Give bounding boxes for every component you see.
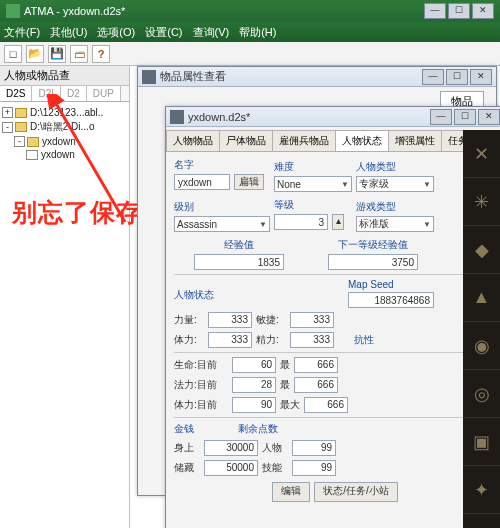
expand-icon[interactable]: +: [2, 107, 13, 118]
side-tab-d2s[interactable]: D2S: [0, 86, 32, 101]
window-icon: [142, 70, 156, 84]
skill-icon[interactable]: ✕: [463, 130, 500, 178]
name-label: 名字: [174, 158, 270, 172]
character-form: 名字 yxdown 扁辑 难度 None▼ 人物类型 专家级▼ 级别: [166, 152, 500, 508]
menu-settings[interactable]: 设置(C): [145, 25, 182, 40]
stamina-label: 体力:目前: [174, 398, 228, 412]
tab-char-items[interactable]: 人物物品: [166, 130, 220, 151]
side-tabs: D2S D2I D2 DUP: [0, 86, 129, 102]
item-attr-titlebar[interactable]: 物品属性查看 — ☐ ✕: [138, 67, 496, 87]
life-cur-field[interactable]: 60: [232, 357, 276, 373]
level-field[interactable]: 3: [274, 214, 328, 230]
exp-field[interactable]: 1835: [194, 254, 284, 270]
minimize-button[interactable]: —: [424, 3, 446, 19]
side-tab-d2[interactable]: D2: [61, 86, 87, 101]
folder-icon: [27, 137, 39, 147]
level-label: 等级: [274, 198, 352, 212]
vit-field[interactable]: 333: [208, 332, 252, 348]
folder-icon: [15, 108, 27, 118]
tab-merc-items[interactable]: 雇佣兵物品: [272, 130, 336, 151]
main-titlebar: ATMA - yxdown.d2s* — ☐ ✕: [0, 0, 500, 22]
close-button[interactable]: ✕: [472, 3, 494, 19]
side-tab-dup[interactable]: DUP: [87, 86, 121, 101]
save-icon[interactable]: 💾: [48, 45, 66, 63]
eng-label: 精力:: [256, 333, 286, 347]
menu-query[interactable]: 查询(V): [193, 25, 230, 40]
tree-row[interactable]: +D:\123123...abl..: [2, 106, 127, 119]
skill-pt-field[interactable]: 99: [292, 460, 336, 476]
resist-label: 抗性: [354, 333, 374, 347]
tab-char-status[interactable]: 人物状态: [335, 130, 389, 151]
tree-row[interactable]: -D:\暗黑2\Di...o: [2, 119, 127, 135]
close-button[interactable]: ✕: [470, 69, 492, 85]
name-field[interactable]: yxdown: [174, 174, 230, 190]
status-quest-button[interactable]: 状态/任务/小站: [314, 482, 398, 502]
onbody-field[interactable]: 30000: [204, 440, 258, 456]
open-icon[interactable]: 📂: [26, 45, 44, 63]
skill-icon[interactable]: ▲: [463, 274, 500, 322]
maximize-button[interactable]: ☐: [448, 3, 470, 19]
level-spinner[interactable]: ▴: [332, 214, 344, 230]
menu-other[interactable]: 其他(U): [50, 25, 87, 40]
skill-icon[interactable]: ◎: [463, 370, 500, 418]
class-select[interactable]: Assassin▼: [174, 216, 270, 232]
maximize-button[interactable]: ☐: [454, 109, 476, 125]
max-label: 最: [280, 358, 290, 372]
dex-field[interactable]: 333: [290, 312, 334, 328]
stamina-cur-field[interactable]: 90: [232, 397, 276, 413]
life-max-field[interactable]: 666: [294, 357, 338, 373]
tab-enhance[interactable]: 增强属性: [388, 130, 442, 151]
minimize-button[interactable]: —: [422, 69, 444, 85]
edit-button[interactable]: 编辑: [272, 482, 310, 502]
name-edit-button[interactable]: 扁辑: [234, 174, 264, 190]
stash-field[interactable]: 50000: [204, 460, 258, 476]
skill-icon[interactable]: ◈: [463, 514, 500, 528]
skill-icon[interactable]: ◆: [463, 226, 500, 274]
char-pt-label: 人物: [262, 441, 288, 455]
next-exp-label: 下一等级经验值: [338, 238, 408, 252]
main-title: ATMA - yxdown.d2s*: [24, 5, 125, 17]
life-label: 生命:目前: [174, 358, 228, 372]
menu-help[interactable]: 帮助(H): [239, 25, 276, 40]
close-button[interactable]: ✕: [478, 109, 500, 125]
remain-label: 剩余点数: [238, 422, 278, 436]
skill-icon[interactable]: ◉: [463, 322, 500, 370]
onbody-label: 身上: [174, 441, 200, 455]
mana-label: 法力:目前: [174, 378, 228, 392]
character-titlebar[interactable]: yxdown.d2s* — ☐ ✕: [166, 107, 500, 127]
map-seed-field[interactable]: 1883764868: [348, 292, 434, 308]
char-pt-field[interactable]: 99: [292, 440, 336, 456]
str-field[interactable]: 333: [208, 312, 252, 328]
collapse-icon[interactable]: -: [2, 122, 13, 133]
skill-icon[interactable]: ✦: [463, 466, 500, 514]
help-icon[interactable]: ?: [92, 45, 110, 63]
gold-label: 金钱: [174, 422, 234, 436]
tree-row[interactable]: yxdown: [26, 148, 127, 161]
maximize-button[interactable]: ☐: [446, 69, 468, 85]
menu-file[interactable]: 文件(F): [4, 25, 40, 40]
chevron-down-icon: ▼: [259, 220, 267, 229]
game-type-label: 游戏类型: [356, 200, 434, 214]
mana-max-field[interactable]: 666: [294, 377, 338, 393]
tab-corpse-items[interactable]: 尸体物品: [219, 130, 273, 151]
game-type-select[interactable]: 标准版▼: [356, 216, 434, 232]
toolbar: □ 📂 💾 🗃 ?: [0, 42, 500, 66]
menu-option[interactable]: 选项(O): [97, 25, 135, 40]
skill-icon[interactable]: ✳: [463, 178, 500, 226]
skill-strip: ✕ ✳ ◆ ▲ ◉ ◎ ▣ ✦ ◈: [463, 130, 500, 528]
new-icon[interactable]: □: [4, 45, 22, 63]
skill-pt-label: 技能: [262, 461, 288, 475]
eng-field[interactable]: 333: [290, 332, 334, 348]
char-type-select[interactable]: 专家级▼: [356, 176, 434, 192]
difficulty-select[interactable]: None▼: [274, 176, 352, 192]
str-label: 力量:: [174, 313, 204, 327]
skill-icon[interactable]: ▣: [463, 418, 500, 466]
save-all-icon[interactable]: 🗃: [70, 45, 88, 63]
side-tab-d2i[interactable]: D2I: [32, 86, 61, 101]
tree-row[interactable]: -yxdown: [14, 135, 127, 148]
minimize-button[interactable]: —: [430, 109, 452, 125]
stamina-max-field[interactable]: 666: [304, 397, 348, 413]
collapse-icon[interactable]: -: [14, 136, 25, 147]
mana-cur-field[interactable]: 28: [232, 377, 276, 393]
file-tree: +D:\123123...abl.. -D:\暗黑2\Di...o -yxdow…: [0, 102, 129, 528]
